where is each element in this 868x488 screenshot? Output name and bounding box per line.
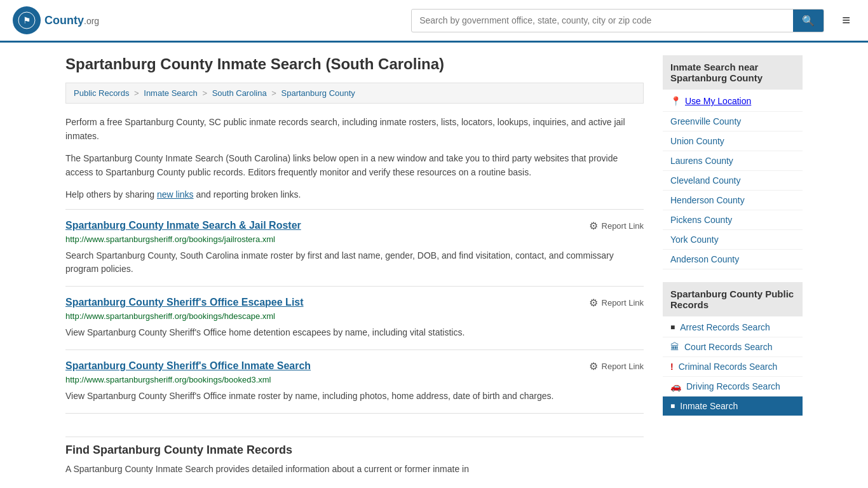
find-section-heading: Find Spartanburg County Inmate Records (65, 437, 644, 457)
sidebar-inmate-search: Inmate Search near Spartanburg County 📍 … (663, 55, 803, 269)
public-records-list: ■ Arrest Records Search 🏛 Court Records … (663, 318, 803, 416)
nearby-counties-list: Greenville County Union County Laurens C… (663, 112, 803, 269)
driving-records-link[interactable]: Driving Records Search (686, 381, 780, 391)
result-url-1: http://www.spartanburgsheriff.org/bookin… (65, 234, 644, 244)
breadcrumb-inmate-search[interactable]: Inmate Search (144, 88, 198, 98)
breadcrumb-sep-3: > (271, 88, 278, 98)
find-section-desc: A Spartanburg County Inmate Search provi… (65, 462, 644, 476)
county-link-greenville[interactable]: Greenville County (670, 116, 741, 126)
site-logo[interactable]: ⚑ County.org (13, 6, 99, 34)
criminal-icon: ! (670, 362, 674, 372)
breadcrumb-sep-1: > (134, 88, 141, 98)
desc-para-1: Perform a free Spartanburg County, SC pu… (65, 115, 644, 144)
result-desc-1: Search Spartanburg County, South Carolin… (65, 249, 644, 276)
find-section: Find Spartanburg County Inmate Records A… (65, 413, 644, 486)
result-url-2: http://www.spartanburgsheriff.org/bookin… (65, 311, 644, 321)
page-title: Spartanburg County Inmate Search (South … (65, 55, 644, 73)
search-button[interactable]: 🔍 (793, 10, 824, 32)
sidebar-public-records-title: Spartanburg County Public Records (663, 282, 803, 316)
breadcrumb-sep-2: > (202, 88, 209, 98)
list-item: York County (663, 230, 803, 250)
list-item: 🏛 Court Records Search (663, 337, 803, 357)
main-content: Spartanburg County Inmate Search (South … (65, 55, 644, 486)
list-item: 🚗 Driving Records Search (663, 377, 803, 396)
report-label-2: Report Link (602, 298, 644, 308)
list-item: Cleveland County (663, 171, 803, 191)
criminal-records-link[interactable]: Criminal Records Search (679, 362, 778, 372)
page-description: Perform a free Spartanburg County, SC pu… (65, 115, 644, 201)
search-icon: 🔍 (802, 15, 815, 26)
county-link-anderson[interactable]: Anderson County (670, 254, 739, 264)
desc-post: and reporting broken links. (194, 189, 301, 200)
result-header-3: Spartanburg County Sheriff's Office Inma… (65, 360, 644, 372)
breadcrumb-south-carolina[interactable]: South Carolina (212, 88, 267, 98)
report-link-2[interactable]: ⚙ Report Link (589, 297, 644, 309)
result-card-2: Spartanburg County Sheriff's Office Esca… (65, 286, 644, 349)
list-item: ■ Arrest Records Search (663, 318, 803, 337)
county-link-laurens[interactable]: Laurens County (670, 156, 733, 166)
breadcrumb-spartanburg-county[interactable]: Spartanburg County (281, 88, 355, 98)
arrest-icon: ■ (670, 323, 675, 332)
result-desc-2: View Spartanburg County Sheriff's Office… (65, 326, 644, 339)
logo-icon: ⚑ (13, 6, 41, 34)
result-title-2[interactable]: Spartanburg County Sheriff's Office Esca… (65, 297, 304, 308)
court-icon: 🏛 (670, 342, 679, 352)
site-header: ⚑ County.org 🔍 ≡ (0, 0, 868, 43)
list-item: ■ Inmate Search (663, 396, 803, 416)
result-desc-3: View Spartanburg County Sheriff's Office… (65, 390, 644, 403)
list-item: Pickens County (663, 210, 803, 230)
desc-para-3: Help others by sharing new links and rep… (65, 187, 644, 201)
report-label-3: Report Link (602, 362, 644, 371)
result-title-3[interactable]: Spartanburg County Sheriff's Office Inma… (65, 360, 311, 372)
report-icon-1: ⚙ (589, 220, 598, 232)
desc-para-2: The Spartanburg County Inmate Search (So… (65, 151, 644, 180)
report-link-1[interactable]: ⚙ Report Link (589, 220, 644, 232)
list-item: Union County (663, 132, 803, 151)
use-location-link[interactable]: Use My Location (685, 96, 751, 106)
menu-icon: ≡ (842, 12, 850, 28)
result-card-1: Spartanburg County Inmate Search & Jail … (65, 209, 644, 286)
county-link-pickens[interactable]: Pickens County (670, 215, 732, 225)
result-header-2: Spartanburg County Sheriff's Office Esca… (65, 297, 644, 309)
result-url-3: http://www.spartanburgsheriff.org/bookin… (65, 375, 644, 384)
arrest-records-link[interactable]: Arrest Records Search (680, 322, 770, 332)
county-link-henderson[interactable]: Henderson County (670, 195, 745, 205)
menu-button[interactable]: ≡ (837, 11, 855, 30)
result-card-3: Spartanburg County Sheriff's Office Inma… (65, 349, 644, 413)
list-item: Anderson County (663, 250, 803, 269)
list-item: Henderson County (663, 191, 803, 210)
main-container: Spartanburg County Inmate Search (South … (53, 43, 815, 488)
new-links-link[interactable]: new links (157, 189, 194, 200)
list-item: Laurens County (663, 151, 803, 171)
breadcrumb-public-records[interactable]: Public Records (74, 88, 129, 98)
logo-text: County.org (44, 14, 99, 27)
result-title-1[interactable]: Spartanburg County Inmate Search & Jail … (65, 220, 301, 231)
county-link-union[interactable]: Union County (670, 136, 724, 146)
list-item: ! Criminal Records Search (663, 357, 803, 377)
inmate-icon: ■ (670, 402, 675, 410)
sidebar: Inmate Search near Spartanburg County 📍 … (663, 55, 803, 486)
report-icon-2: ⚙ (589, 297, 598, 309)
report-label-1: Report Link (602, 221, 644, 231)
driving-icon: 🚗 (670, 381, 681, 391)
report-icon-3: ⚙ (589, 360, 598, 372)
location-icon: 📍 (670, 96, 681, 106)
report-link-3[interactable]: ⚙ Report Link (589, 360, 644, 372)
county-link-york[interactable]: York County (670, 234, 719, 245)
use-location[interactable]: 📍 Use My Location (663, 91, 803, 112)
search-bar: 🔍 (411, 9, 824, 32)
search-input[interactable] (412, 10, 793, 30)
sidebar-public-records: Spartanburg County Public Records ■ Arre… (663, 282, 803, 416)
inmate-search-link[interactable]: Inmate Search (680, 401, 738, 411)
desc-pre: Help others by sharing (65, 189, 157, 200)
court-records-link[interactable]: Court Records Search (684, 342, 773, 352)
breadcrumb: Public Records > Inmate Search > South C… (65, 83, 644, 104)
result-header-1: Spartanburg County Inmate Search & Jail … (65, 220, 644, 232)
county-link-cleveland[interactable]: Cleveland County (670, 175, 741, 186)
sidebar-inmate-title: Inmate Search near Spartanburg County (663, 55, 803, 90)
list-item: Greenville County (663, 112, 803, 132)
svg-text:⚑: ⚑ (23, 15, 31, 25)
